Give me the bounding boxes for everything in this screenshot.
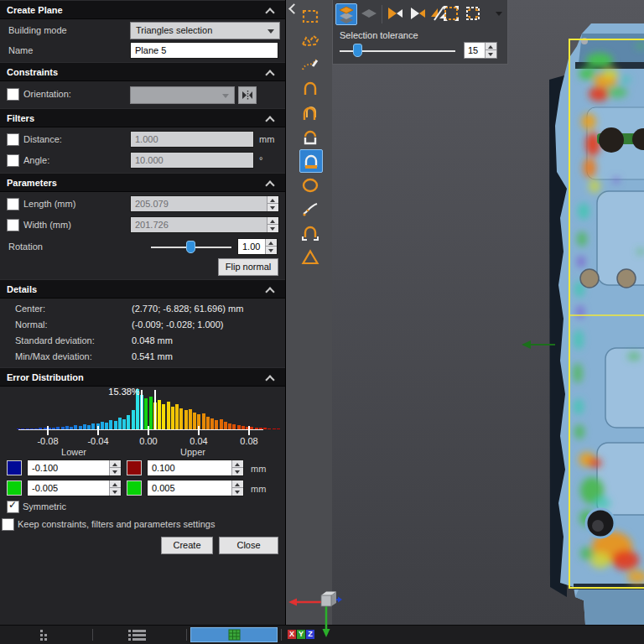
upper-outer-input[interactable]: 0.100 <box>147 460 244 476</box>
histogram-bar <box>215 420 218 429</box>
histogram-bar <box>91 423 95 429</box>
orientation-checkbox[interactable]: ✓ <box>7 88 19 101</box>
collapse-chevron-icon[interactable] <box>265 8 274 17</box>
tool-surface-selection-line[interactable] <box>299 149 323 173</box>
create-button[interactable]: Create <box>161 537 213 554</box>
histogram-bar <box>118 418 122 429</box>
building-mode-select[interactable]: Triangles selection <box>130 22 280 39</box>
keep-settings-label: Keep constraints, filters and parameters… <box>18 516 215 533</box>
tool-grow-selection[interactable] <box>441 3 463 25</box>
tool-surface-selection-bracket[interactable] <box>299 221 323 245</box>
tool-select-through-all[interactable] <box>335 3 357 25</box>
rotation-input[interactable]: 1.00 <box>237 238 278 255</box>
tolerance-spinner[interactable] <box>485 43 496 58</box>
tool-surface-selection-open[interactable] <box>299 126 323 149</box>
tool-lasso-selection[interactable] <box>299 29 323 53</box>
detail-label: Standard deviation: <box>15 332 95 350</box>
distance-checkbox[interactable]: ✓ <box>7 133 19 146</box>
tolerance-input[interactable]: 15 <box>464 42 497 59</box>
tool-spline-selection[interactable] <box>299 198 323 221</box>
collapse-chevron-icon[interactable] <box>265 70 274 79</box>
section-header-filters[interactable]: Filters <box>0 108 285 127</box>
length-spinner[interactable] <box>267 196 278 211</box>
section-header-constraints[interactable]: Constraints <box>0 62 285 81</box>
detail-value: 0.541 mm <box>132 348 173 366</box>
section-header-create-plane[interactable]: Create Plane <box>0 0 285 19</box>
histogram-bar <box>105 423 108 429</box>
upper-inner-spinner[interactable] <box>231 480 243 496</box>
upper-outer-color-swatch[interactable] <box>127 460 142 475</box>
upper-inner-color-swatch[interactable] <box>127 480 142 496</box>
upper-inner-input[interactable]: 0.005 <box>147 480 244 496</box>
viewport-3d[interactable] <box>332 0 644 625</box>
lower-outer-spinner[interactable] <box>109 460 121 475</box>
tool-shrink-selection[interactable] <box>463 3 485 25</box>
histogram-bar <box>273 428 276 429</box>
tool-select-on-surface[interactable] <box>359 3 381 25</box>
tool-surface-selection-plane[interactable] <box>299 77 323 101</box>
section-header-error-distribution[interactable]: Error Distribution <box>0 367 285 387</box>
tool-triangle-selection[interactable] <box>299 246 323 269</box>
keep-settings-checkbox[interactable]: ✓ <box>2 518 14 531</box>
lower-tolerance-line <box>141 390 143 430</box>
ellipse-selection-icon <box>299 187 321 197</box>
rotation-slider-handle[interactable] <box>186 241 195 253</box>
histogram-bar <box>193 413 196 429</box>
lower-outer-input[interactable]: -0.100 <box>27 460 122 476</box>
orientation-label: Orientation: <box>23 86 71 103</box>
length-checkbox[interactable]: ✓ <box>7 198 19 210</box>
lower-axis-label: Lower <box>61 447 86 457</box>
tool-rectangle-selection[interactable] <box>299 5 323 29</box>
section-header-details[interactable]: Details <box>0 279 285 299</box>
close-button[interactable]: Close <box>219 537 278 554</box>
lower-outer-color-swatch[interactable] <box>7 460 22 475</box>
select-through-all-icon <box>336 16 356 26</box>
upper-axis-label: Upper <box>180 447 205 457</box>
histogram-bar <box>171 407 174 429</box>
structure-tree-button[interactable] <box>35 629 50 642</box>
tool-deselect-front-triangles[interactable] <box>408 3 429 25</box>
angle-checkbox[interactable]: ✓ <box>7 154 19 167</box>
collapse-panel-chevron-left-icon[interactable] <box>288 3 299 14</box>
detail-value: (2.770; -6.828; 61.696) mm <box>132 300 243 318</box>
histogram-bar <box>162 404 165 429</box>
flip-normal-button[interactable]: Flip normal <box>218 258 278 276</box>
width-checkbox[interactable]: ✓ <box>7 219 19 231</box>
spline-selection-icon <box>299 211 321 221</box>
divider <box>281 629 282 641</box>
section-header-parameters[interactable]: Parameters <box>0 173 285 192</box>
width-spinner[interactable] <box>267 217 278 232</box>
axis-tick-label: -0.04 <box>87 436 108 446</box>
table-view-button[interactable] <box>190 627 278 642</box>
tool-select-front-triangles[interactable] <box>385 3 407 25</box>
upper-outer-spinner[interactable] <box>231 460 243 475</box>
deselect-front-triangles-icon <box>408 15 428 25</box>
collapse-chevron-icon[interactable] <box>265 287 274 296</box>
lower-inner-color-swatch[interactable] <box>7 480 22 496</box>
tool-selection-options-dropdown[interactable] <box>489 3 511 25</box>
tool-ellipse-selection[interactable] <box>299 174 323 197</box>
rotation-spinner[interactable] <box>265 239 277 254</box>
lower-inner-input[interactable]: -0.005 <box>27 480 122 496</box>
histogram-bar <box>179 408 183 429</box>
histogram-bar <box>114 421 117 429</box>
element-list-button[interactable] <box>128 630 147 641</box>
collapse-chevron-icon[interactable] <box>265 116 274 125</box>
tool-freehand-selection[interactable] <box>299 53 323 76</box>
chevron-down-icon <box>222 94 229 98</box>
collapse-chevron-icon[interactable] <box>265 375 274 384</box>
histogram-bar <box>144 398 148 429</box>
histogram-bar <box>263 428 267 429</box>
mirror-direction-button[interactable] <box>238 86 257 104</box>
histogram-bar <box>127 415 130 429</box>
tool-surface-selection-double[interactable] <box>299 101 323 125</box>
collapse-chevron-icon[interactable] <box>265 180 274 190</box>
symmetric-checkbox[interactable]: ✓ <box>7 501 19 513</box>
tolerance-slider-handle[interactable] <box>353 44 362 57</box>
angle-unit: ° <box>259 152 262 169</box>
name-input[interactable]: Plane 5 <box>130 42 278 59</box>
distance-label: Distance: <box>23 131 62 148</box>
histogram-bar <box>202 413 205 429</box>
divider <box>92 629 93 641</box>
lower-inner-spinner[interactable] <box>109 480 121 496</box>
